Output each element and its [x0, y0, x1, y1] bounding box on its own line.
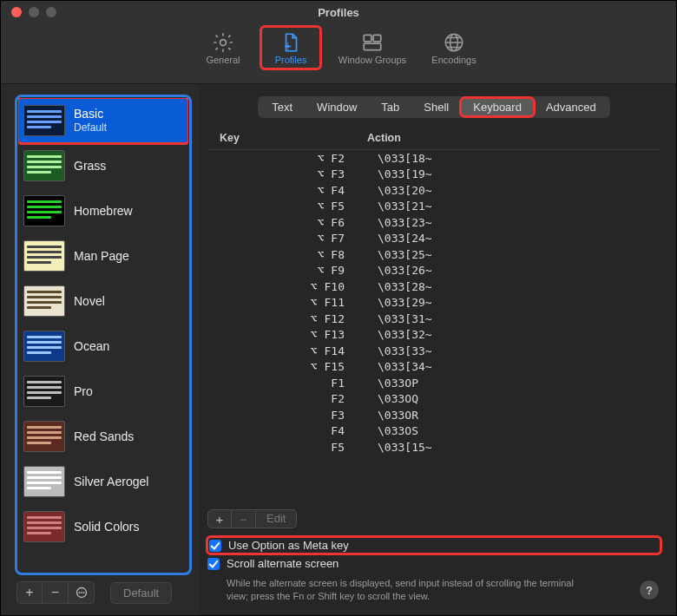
keybindings-table[interactable]: Key Action ⌥ F2\033[18~⌥ F3\033[19~⌥ F4\…	[207, 127, 661, 506]
titlebar: Profiles	[1, 1, 676, 23]
cell-action: \033[23~	[371, 216, 661, 229]
profile-item[interactable]: Pro	[18, 369, 188, 414]
cell-key: ⌥ F11	[207, 296, 371, 309]
toolbar-label: Profiles	[263, 55, 319, 65]
profile-item[interactable]: BasicDefault	[18, 98, 188, 143]
profile-actions-menu[interactable]	[69, 581, 95, 604]
profile-name: Solid Colors	[74, 520, 139, 534]
option-scroll-checkbox[interactable]	[207, 558, 220, 570]
cell-action: \033[24~	[371, 232, 661, 245]
set-default-button[interactable]: Default	[110, 582, 172, 604]
table-row[interactable]: ⌥ F10\033[28~	[207, 279, 661, 295]
svg-point-9	[81, 592, 82, 593]
svg-rect-4	[364, 43, 381, 50]
profile-item[interactable]: Solid Colors	[18, 504, 188, 549]
table-row[interactable]: F3\033OR	[207, 407, 661, 423]
tab-shell[interactable]: Shell	[411, 98, 461, 116]
table-row[interactable]: ⌥ F7\033[24~	[207, 231, 661, 247]
profile-name: Silver Aerogel	[74, 475, 148, 489]
tab-keyboard[interactable]: Keyboard	[461, 98, 534, 116]
profile-name: Red Sands	[74, 429, 134, 444]
table-row[interactable]: ⌥ F13\033[32~	[207, 327, 661, 344]
table-row[interactable]: F1\033OP	[207, 375, 661, 391]
cell-key: F3	[207, 409, 371, 422]
column-header-key[interactable]: Key	[220, 132, 367, 144]
profile-thumbnail	[23, 466, 65, 497]
add-profile-button[interactable]: +	[16, 581, 43, 604]
cell-action: \033[19~	[371, 167, 661, 180]
table-row[interactable]: ⌥ F8\033[25~	[207, 246, 661, 263]
preferences-window: Profiles General Profiles Window Groups	[0, 0, 677, 616]
profile-thumbnail	[23, 511, 65, 542]
cell-key: F5	[207, 441, 371, 454]
cell-action: \033OR	[371, 409, 661, 422]
gear-icon	[195, 30, 251, 55]
profile-item[interactable]: Silver Aerogel	[18, 459, 188, 504]
table-row[interactable]: ⌥ F9\033[26~	[207, 263, 661, 279]
cell-key: F2	[207, 392, 371, 405]
globe-icon	[426, 30, 482, 55]
remove-profile-button[interactable]: −	[43, 581, 69, 604]
profile-thumbnail	[23, 195, 65, 226]
option-scroll-row: Scroll alternate screen	[207, 557, 661, 570]
cell-action: \033[28~	[371, 280, 661, 293]
tab-tab[interactable]: Tab	[369, 98, 411, 116]
column-header-action[interactable]: Action	[367, 132, 661, 144]
remove-keybinding-button[interactable]: −	[232, 509, 256, 528]
option-meta-checkbox[interactable]	[209, 540, 221, 552]
svg-rect-2	[364, 35, 371, 42]
profile-name: Grass	[74, 159, 106, 174]
keyboard-options: Use Option as Meta key Scroll alternate …	[207, 537, 661, 603]
table-row[interactable]: ⌥ F2\033[18~	[207, 150, 661, 167]
profile-item[interactable]: Man Page	[18, 233, 188, 279]
toolbar-tab-general[interactable]: General	[194, 27, 253, 69]
toolbar-tab-profiles[interactable]: Profiles	[261, 27, 320, 69]
table-row[interactable]: ⌥ F14\033[33~	[207, 343, 661, 359]
cell-key: F4	[207, 424, 371, 437]
cell-key: ⌥ F4	[207, 184, 371, 197]
cell-action: \033[33~	[371, 344, 661, 357]
profile-list[interactable]: BasicDefaultGrassHomebrewMan PageNovelOc…	[16, 96, 190, 573]
profile-thumbnail	[23, 105, 65, 136]
profile-item[interactable]: Red Sands	[18, 414, 188, 459]
toolbar-tab-encodings[interactable]: Encodings	[424, 27, 483, 69]
table-row[interactable]: F5\033[15~	[207, 439, 661, 455]
cell-key: ⌥ F5	[207, 200, 371, 213]
table-row[interactable]: ⌥ F3\033[19~	[207, 167, 661, 183]
table-row[interactable]: ⌥ F15\033[34~	[207, 359, 661, 376]
option-meta-row: Use Option as Meta key	[207, 537, 661, 554]
profile-doc-icon	[263, 30, 319, 55]
tab-advanced[interactable]: Advanced	[534, 98, 608, 116]
cell-action: \033[31~	[371, 312, 661, 325]
window-title: Profiles	[1, 6, 676, 19]
cell-action: \033OP	[371, 377, 661, 390]
help-button[interactable]: ?	[640, 580, 659, 600]
cell-key: ⌥ F3	[207, 167, 371, 180]
profile-item[interactable]: Ocean	[18, 324, 188, 369]
keybindings-toolbar: + − Edit	[207, 509, 661, 528]
table-row[interactable]: ⌥ F5\033[21~	[207, 199, 661, 215]
profile-thumbnail	[23, 331, 65, 362]
profile-thumbnail	[23, 285, 65, 317]
edit-keybinding-button[interactable]: Edit	[256, 509, 297, 528]
profile-item[interactable]: Novel	[18, 279, 188, 324]
toolbar-tab-window-groups[interactable]: Window Groups	[329, 27, 416, 69]
table-row[interactable]: ⌥ F12\033[31~	[207, 311, 661, 327]
table-row[interactable]: F4\033OS	[207, 423, 661, 440]
table-row[interactable]: F2\033OQ	[207, 391, 661, 408]
sidebar-footer: + − Default	[16, 579, 190, 606]
add-keybinding-button[interactable]: +	[207, 509, 232, 528]
cell-key: ⌥ F7	[207, 232, 371, 245]
toolbar-label: Window Groups	[331, 55, 414, 65]
profile-name: Basic	[74, 107, 107, 121]
profile-item[interactable]: Homebrew	[18, 188, 188, 233]
table-row[interactable]: ⌥ F11\033[29~	[207, 295, 661, 311]
table-row[interactable]: ⌥ F4\033[20~	[207, 182, 661, 199]
profile-settings-tabs: TextWindowTabShellKeyboardAdvanced	[258, 96, 609, 118]
table-body[interactable]: ⌥ F2\033[18~⌥ F3\033[19~⌥ F4\033[20~⌥ F5…	[207, 150, 661, 506]
profile-item[interactable]: Grass	[18, 143, 188, 188]
tab-text[interactable]: Text	[260, 98, 305, 116]
svg-point-0	[220, 40, 227, 46]
tab-window[interactable]: Window	[305, 98, 369, 116]
table-row[interactable]: ⌥ F6\033[23~	[207, 214, 661, 231]
